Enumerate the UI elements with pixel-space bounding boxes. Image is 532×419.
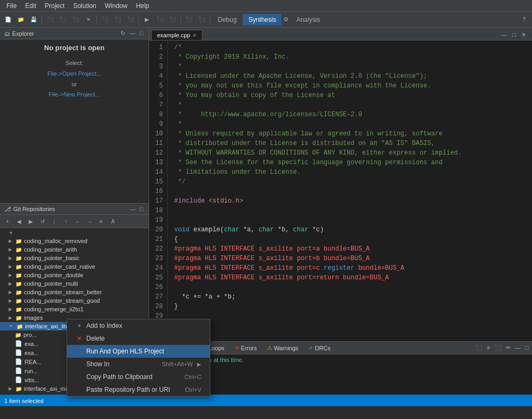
new-project-link[interactable]: File->New Project... [48,91,100,98]
git-item-5[interactable]: ▶ 📁 coding_pointer_multi [0,279,149,288]
git-sub-label-4: run... [24,368,38,374]
explorer-maximize-btn[interactable]: □ [138,29,144,37]
drcs-tab-label: DRCs [315,345,330,351]
select-label: Select: [66,60,84,66]
toolbar-btn-2[interactable]: ⬛ [44,14,56,26]
menu-file[interactable]: File [2,1,21,11]
ctx-run-hls[interactable]: Run And Open HLS Project [67,345,210,358]
toolbar-btn-8[interactable]: ⬛ [125,14,136,26]
toolbar-btn-6[interactable]: ⬛ [99,14,111,26]
code-line-29 [174,311,526,321]
ctx-add-label: Add to Index [86,322,122,329]
toolbar-save[interactable]: 💾 [28,14,39,26]
git-item-3[interactable]: ▶ 📁 coding_pointer_cast_native [0,262,149,271]
ctx-delete[interactable]: ✕ Delete [67,332,210,345]
code-line-22: #pragma HLS INTERFACE s_axilite port=a b… [174,244,526,254]
toolbar-btn-11[interactable]: ⬛ [167,14,178,26]
toolbar-btn-10[interactable]: ⬛ [154,14,166,26]
console-btn-3[interactable]: ⬛ [493,344,503,352]
git-btn-2[interactable]: ◀ [14,216,24,226]
console-tab-errors[interactable]: ✕ Errors [231,344,261,352]
ctx-show-in[interactable]: Show In Shift+Alt+W ▶ [67,358,210,370]
code-line-25: #pragma HLS INTERFACE s_axilite port=ret… [174,273,526,283]
git-btn-4[interactable]: ↺ [37,216,48,226]
git-item-6[interactable]: ▶ 📁 coding_pointer_stream_better [0,288,149,296]
console-btn-4[interactable]: ✏ [505,344,512,352]
git-item-2[interactable]: ▶ 📁 coding_pointer_basic [0,254,149,262]
errors-icon: ✕ [235,345,239,351]
code-editor[interactable]: 12345 678910 1112131415 1617181920 21222… [149,41,532,341]
tab-analysis[interactable]: Analysis [291,14,325,26]
editor-tabs-bar: example.cpp ✕ — □ ✕ [149,28,532,41]
menu-help[interactable]: Help [132,1,153,11]
git-maximize-btn[interactable]: □ [138,205,144,213]
toolbar-btn-13[interactable]: ⬛ [196,14,208,26]
ctx-paste-path[interactable]: Paste Repository Path or URI Ctrl+V [67,383,210,396]
git-btn-9[interactable]: ≡ [96,216,107,226]
git-add-btn[interactable]: + [2,216,13,226]
code-line-16 [174,187,526,196]
git-header-right: — □ [128,205,144,213]
toolbar-btn-5[interactable]: ✕ [83,14,94,26]
editor-tab-example[interactable]: example.cpp ✕ [151,30,202,40]
code-line-2: * Copyright 2019 Xilinx, Inc. [174,52,526,62]
expand-arrow-icon: ▼ [9,230,13,236]
toolbar-btn-12[interactable]: ⬛ [183,14,195,26]
console-tab-warnings[interactable]: ⚠ Warnings [263,344,302,352]
code-line-18 [174,206,526,215]
git-sub-label-5: vitis... [24,377,39,383]
git-item-label-7: coding_pointer_stream_good [24,297,100,304]
code-line-12: * WITHOUT WARRANTIES OR CONDITIONS OF AN… [174,148,526,158]
git-item-7[interactable]: ▶ 📁 coding_pointer_stream_good [0,296,149,305]
menu-project[interactable]: Project [40,1,69,11]
menu-solution[interactable]: Solution [69,1,100,11]
git-item-8[interactable]: ▶ 📁 coding_remerge_ii2to1 [0,305,149,313]
git-item-4[interactable]: ▶ 📁 coding_pointer_double [0,271,149,279]
toolbar-run[interactable]: ▶ [141,14,153,26]
toolbar-btn-4[interactable]: ⬛ [70,14,81,26]
console-btn-1[interactable]: ⬛ [474,344,484,352]
repo-icon-1: 📁 [15,247,22,253]
tab-synthesis[interactable]: Synthesis [243,14,281,26]
explorer-minimize-btn[interactable]: — [128,29,136,37]
menu-window[interactable]: Window [101,1,132,11]
git-btn-10[interactable]: A [108,216,118,226]
git-item-expand[interactable]: ▼ [0,229,149,237]
sub-file-icon-1: 📄 [15,340,22,347]
git-item-1[interactable]: ▶ 📁 coding_pointer_arith [0,245,149,254]
repo-icon-6: 📁 [15,289,22,295]
open-project-link[interactable]: File->Open Project... [47,70,101,77]
tab-debug[interactable]: Debug [212,14,242,26]
git-btn-7[interactable]: ← [72,216,83,226]
git-btn-6[interactable]: ↑ [61,216,71,226]
arrow-icon-1: ▶ [9,247,12,252]
toolbar-open[interactable]: 📁 [15,14,27,26]
editor-close-btn[interactable]: ✕ [520,31,528,39]
explorer-icon: 🗂 [4,30,10,37]
git-minimize-btn[interactable]: — [128,205,136,213]
editor-minimize-btn[interactable]: — [500,31,509,39]
console-btn-2[interactable]: ≡ [486,344,491,352]
console-tab-drcs[interactable]: ✓ DRCs [305,344,334,352]
code-line-23: #pragma HLS INTERFACE s_axilite port=b b… [174,254,526,263]
code-line-15: */ [174,177,526,187]
console-maximize-btn[interactable]: □ [524,344,530,352]
ctx-copy-path[interactable]: Copy Path to Clipboard Ctrl+C [67,370,210,383]
git-btn-3[interactable]: ▶ [26,216,36,226]
ctx-add-to-index[interactable]: + Add to Index [67,319,210,332]
explorer-refresh-btn[interactable]: ↻ [119,29,126,37]
toolbar-btn-3[interactable]: ⬛ [57,14,69,26]
git-item-0[interactable]: ▶ 📁 coding_malloc_removed [0,237,149,245]
toolbar-sep-3 [138,15,139,25]
git-btn-5[interactable]: ↓ [49,216,60,226]
ctx-run-left: Run And Open HLS Project [76,348,164,355]
editor-tab-close[interactable]: ✕ [192,33,197,38]
console-minimize-btn[interactable]: — [514,344,522,352]
toolbar-btn-7[interactable]: ⬛ [112,14,124,26]
menu-edit[interactable]: Edit [21,1,40,11]
editor-maximize-btn[interactable]: □ [511,31,518,39]
git-btn-8[interactable]: → [84,216,95,226]
toolbar-help-icon[interactable]: ? [518,14,530,26]
repo-icon-3: 📁 [15,264,22,270]
toolbar-new[interactable]: 📄 [2,14,14,26]
